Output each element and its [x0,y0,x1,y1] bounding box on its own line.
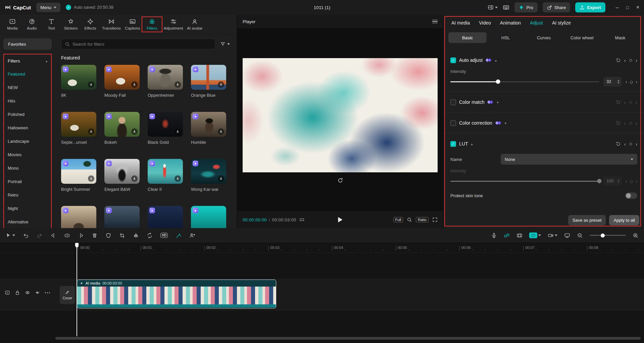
track-preview-icon[interactable] [5,290,10,295]
link-clips-button[interactable] [504,232,510,239]
clip-filmstrip[interactable] [77,287,276,304]
filter-card[interactable]: ◆Humble [191,112,226,145]
lut-name-dropdown[interactable]: None [501,154,637,165]
filter-thumbnail[interactable]: ◆ [61,112,96,137]
filter-thumbnail[interactable]: ◆ [191,206,226,228]
filter-thumbnail[interactable]: ◆ [61,159,96,184]
mirror-button[interactable] [133,232,139,239]
minimize-button[interactable]: ─ [616,5,619,10]
filter-thumbnail[interactable]: ◆ [148,159,183,184]
screen-preview-button[interactable] [564,232,570,239]
keyboard-shortcuts-icon[interactable] [503,4,509,11]
tab-ai-stylize[interactable]: AI stylize [552,20,571,26]
zoom-in-button[interactable] [633,232,639,239]
apply-to-all-button[interactable]: Apply to all [609,215,639,225]
filter-card[interactable]: ◆ [191,206,226,228]
reset-icon[interactable] [616,100,621,105]
tab-effects[interactable]: Effects [81,17,100,32]
maximize-button[interactable]: □ [626,5,629,10]
sidebar-item-retro[interactable]: Retro [4,188,51,202]
filter-thumbnail[interactable]: ◆ [191,65,226,90]
extract-frames-button[interactable] [516,232,523,239]
category-group-header[interactable]: Filters ▴ [4,54,51,67]
record-voiceover-button[interactable] [491,232,497,239]
split-left-button[interactable] [50,232,56,239]
next-keyframe-icon[interactable]: › [636,179,637,184]
reset-icon[interactable] [616,121,621,126]
filter-card[interactable]: ◆Elegant B&W [104,159,140,192]
hd-badge[interactable]: HD [160,233,168,238]
expand-icon[interactable]: ▾ [505,121,506,125]
filter-thumbnail[interactable]: ◆ [61,206,96,228]
tab-media[interactable]: Media [3,17,22,32]
eye-icon[interactable] [25,290,30,295]
filter-thumbnail[interactable]: ◆ [148,206,183,228]
track-option-button[interactable] [548,232,557,239]
stepper[interactable] [617,80,620,84]
share-button[interactable]: Share [543,2,571,12]
prev-keyframe-icon[interactable]: ‹ [624,121,626,126]
tab-transitions[interactable]: Transitions [100,17,123,32]
add-keyframe-icon[interactable]: ◇ [630,179,633,184]
split-right-button[interactable] [78,232,84,239]
tab-adjust[interactable]: Adjust [530,20,543,26]
crop-button[interactable] [119,232,125,239]
prev-keyframe-icon[interactable]: ‹ [624,58,626,63]
color-correction-checkbox[interactable] [450,120,456,126]
tab-ai-avatar[interactable]: AI avatar [185,17,204,32]
ratio-button[interactable]: Ratio [416,217,429,222]
preview-image[interactable] [243,58,438,172]
magic-wand-button[interactable] [176,232,182,239]
prev-keyframe-icon[interactable]: ‹ [624,100,626,105]
filter-card[interactable]: ◆ [148,206,183,228]
export-button[interactable]: Export [575,2,605,12]
tab-text[interactable]: Text [42,17,61,32]
select-tool-button[interactable] [5,232,15,239]
cover-button[interactable]: Cover [60,286,75,304]
subtab-mask[interactable]: Mask [601,32,639,43]
reset-icon[interactable] [616,58,621,63]
filter-card[interactable]: ◆Moody Fall [104,65,140,98]
player-menu-icon[interactable] [432,19,438,25]
tab-ai-media[interactable]: AI media [451,20,470,26]
next-keyframe-icon[interactable]: › [636,79,637,84]
download-icon[interactable] [175,81,181,88]
download-icon[interactable] [131,175,138,182]
redo-button[interactable] [37,232,43,239]
zoom-out-button[interactable] [577,232,583,239]
tab-captions[interactable]: Captions [123,17,142,32]
timeline-ruler[interactable]: 00:00 00:01 00:02 00:03 00:04 00:05 00:0… [0,243,644,253]
filter-thumbnail[interactable]: ◆ [104,112,140,137]
sidebar-item-halloween[interactable]: Halloween [4,121,51,134]
filter-thumbnail[interactable]: ◆ [191,112,226,137]
add-keyframe-icon[interactable]: ◇ [630,79,633,84]
more-options-icon[interactable] [45,292,50,293]
timeline-zoom-slider[interactable] [590,235,626,236]
download-icon[interactable] [218,81,224,88]
filter-thumbnail[interactable]: ◆ [148,65,183,90]
download-icon[interactable] [88,128,94,135]
filter-card[interactable]: ◆Septe...unset [61,112,96,145]
filter-card[interactable]: ◆Oppenheimer [148,65,183,98]
protect-skin-tone-toggle[interactable] [625,192,637,199]
sidebar-item-portrait[interactable]: Portrait [4,175,51,188]
filter-card[interactable]: ◆Clear II [148,159,183,192]
tab-stickers[interactable]: Stickers [61,17,81,32]
next-keyframe-icon[interactable]: › [636,141,637,146]
play-button[interactable] [338,217,342,222]
player-canvas[interactable] [237,28,443,211]
download-icon[interactable] [88,81,94,88]
delete-button[interactable] [92,232,98,239]
filter-thumbnail[interactable]: ◆ [104,65,140,90]
save-as-preset-button[interactable]: Save as preset [568,215,606,225]
download-icon[interactable] [131,81,138,88]
sidebar-item-alternative[interactable]: Alternative [4,215,51,228]
add-keyframe-icon[interactable]: ◇ [629,121,632,125]
close-button[interactable]: × [636,4,639,10]
lut-intensity-value-box[interactable]: 100 [603,176,622,186]
collapse-icon[interactable]: ▴ [495,58,497,62]
speaker-icon[interactable] [35,290,40,295]
frame-view-icon[interactable] [300,218,304,221]
sidebar-item-mono[interactable]: Mono [4,161,51,175]
auto-adjust-checkbox[interactable]: ✓ [450,57,456,63]
